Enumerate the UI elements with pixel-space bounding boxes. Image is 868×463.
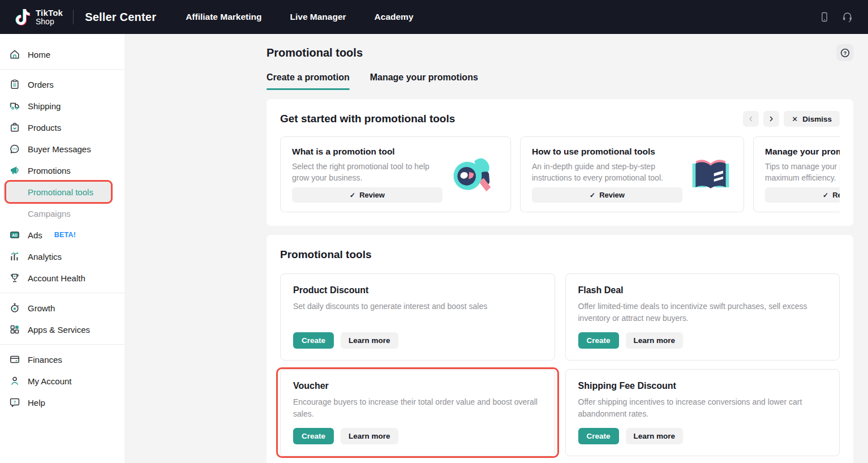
dismiss-button[interactable]: ✕ Dismiss	[784, 111, 840, 127]
header-icons	[819, 11, 853, 23]
app-title: Seller Center	[85, 11, 156, 24]
promo-card-description: Select the right promotional tool to hel…	[292, 161, 442, 184]
review-button[interactable]: ✓ Review	[532, 187, 682, 203]
sidebar-item-my-account[interactable]: My Account	[0, 370, 124, 392]
learn-more-button[interactable]: Learn more	[341, 428, 398, 444]
sidebar-item-analytics[interactable]: Analytics	[0, 246, 124, 267]
header-divider	[73, 10, 74, 24]
learn-more-button[interactable]: Learn more	[341, 332, 398, 349]
tool-card-description: Offer shipping incentives to increase co…	[578, 396, 827, 420]
chevron-left-icon	[747, 115, 755, 123]
promo-card-what-is-a-promotion-tool: What is a promotion tool Select the righ…	[280, 136, 511, 212]
sidebar-label: Account Health	[28, 273, 85, 283]
tiktok-shop-logo[interactable]: TikTok Shop	[15, 8, 63, 26]
sidebar-item-home[interactable]: Home	[0, 44, 124, 65]
promo-card-title: What is a promotion tool	[292, 147, 442, 157]
sidebar-label: Growth	[28, 303, 55, 313]
sidebar-item-promotional-tools[interactable]: Promotional tools	[0, 181, 124, 203]
sidebar: Home Orders Shipping Products Buyer Mess…	[0, 34, 124, 463]
get-started-panel: Get started with promotional tools ✕ Dis…	[267, 99, 853, 226]
check-icon: ✓	[590, 191, 595, 199]
help-button[interactable]: ?	[836, 44, 853, 61]
carousel-next-button[interactable]	[763, 111, 779, 127]
promo-card-title: How to use promotional tools	[532, 147, 682, 157]
tool-card-description: Set daily discounts to generate interest…	[293, 301, 542, 312]
sidebar-label: Shipping	[28, 101, 61, 111]
shipping-icon	[9, 100, 20, 112]
products-icon	[9, 122, 20, 133]
help-icon: ?	[9, 397, 20, 408]
finances-icon	[9, 354, 20, 365]
tool-card-title: Product Discount	[293, 285, 542, 295]
nav-live-manager[interactable]: Live Manager	[290, 12, 346, 22]
promotion-tabs: Create a promotion Manage your promotion…	[267, 72, 853, 90]
my-account-icon	[9, 375, 20, 387]
sidebar-item-finances[interactable]: Finances	[0, 349, 124, 370]
tools-grid: Product Discount Set daily discounts to …	[280, 273, 840, 463]
page-title: Promotional tools	[267, 46, 363, 59]
tool-card-voucher: Voucher Encourage buyers to increase the…	[280, 369, 555, 456]
orders-icon	[9, 79, 20, 90]
tool-card-title: Voucher	[293, 381, 542, 391]
sidebar-item-help[interactable]: ? Help	[0, 392, 124, 413]
svg-text:?: ?	[843, 50, 846, 55]
nav-academy[interactable]: Academy	[375, 12, 414, 22]
dismiss-label: Dismiss	[802, 115, 832, 123]
review-label: Review	[359, 191, 385, 199]
question-circle-icon: ?	[840, 48, 850, 58]
tool-card-shipping-fee-discount: Shipping Fee Discount Offer shipping inc…	[565, 369, 840, 456]
analytics-icon	[9, 251, 20, 262]
sidebar-label: Ads	[28, 230, 42, 240]
megaphone-illustration	[448, 147, 500, 203]
sidebar-label: Analytics	[28, 252, 62, 261]
logo-line1: TikTok	[36, 8, 63, 18]
svg-text:?: ?	[14, 400, 16, 405]
promotional-tools-panel: Promotional tools Product Discount Set d…	[267, 235, 853, 463]
sidebar-item-ads[interactable]: AD Ads BETA!	[0, 224, 124, 246]
tool-card-product-discount: Product Discount Set daily discounts to …	[280, 273, 555, 361]
sidebar-item-campaigns[interactable]: Campaigns	[0, 203, 124, 224]
promo-card-title: Manage your promotions	[765, 147, 840, 157]
tool-card-description: Encourage buyers to increase their total…	[293, 396, 542, 420]
headset-icon[interactable]	[841, 11, 853, 23]
sidebar-label: Finances	[28, 355, 62, 365]
review-button[interactable]: ✓ Review	[292, 187, 442, 203]
growth-icon	[9, 302, 20, 314]
chevron-right-icon	[767, 115, 775, 123]
account-health-icon	[9, 272, 20, 284]
promotions-icon	[9, 165, 20, 176]
promo-card-how-to-use-promotional-tools: How to use promotional tools An in-depth…	[520, 136, 744, 212]
carousel-prev-button[interactable]	[743, 111, 759, 127]
sidebar-item-orders[interactable]: Orders	[0, 74, 124, 95]
nav-affiliate-marketing[interactable]: Affiliate Marketing	[186, 12, 261, 22]
create-button[interactable]: Create	[578, 332, 619, 349]
sidebar-label: Buyer Messages	[28, 144, 91, 154]
review-button[interactable]: ✓ Review	[765, 187, 840, 203]
buyer-messages-icon	[9, 143, 20, 155]
promo-card-manage-your-promotions: Manage your promotions Tips to manage yo…	[753, 136, 840, 212]
tab-manage-your-promotions[interactable]: Manage your promotions	[370, 72, 478, 90]
create-button[interactable]: Create	[293, 332, 334, 349]
mobile-phone-icon[interactable]	[819, 11, 830, 23]
learn-more-button[interactable]: Learn more	[626, 332, 684, 349]
sidebar-item-promotions[interactable]: Promotions	[0, 160, 124, 181]
close-icon: ✕	[792, 115, 798, 123]
create-button[interactable]: Create	[578, 428, 619, 444]
sidebar-label: Products	[28, 123, 61, 132]
sidebar-item-account-health[interactable]: Account Health	[0, 267, 124, 289]
main-content: Promotional tools ? Create a promotion M…	[124, 34, 868, 463]
header-nav: Affiliate Marketing Live Manager Academy	[186, 12, 413, 22]
sidebar-divider	[0, 344, 124, 345]
tab-create-a-promotion[interactable]: Create a promotion	[267, 72, 350, 90]
sidebar-item-apps-services[interactable]: Apps & Services	[0, 319, 124, 340]
sidebar-item-growth[interactable]: Growth	[0, 297, 124, 319]
logo-line2: Shop	[36, 18, 63, 26]
sidebar-item-buyer-messages[interactable]: Buyer Messages	[0, 138, 124, 160]
sidebar-item-shipping[interactable]: Shipping	[0, 95, 124, 117]
tiktok-note-icon	[15, 8, 31, 26]
create-button[interactable]: Create	[293, 428, 334, 444]
get-started-carousel: What is a promotion tool Select the righ…	[280, 136, 840, 212]
learn-more-button[interactable]: Learn more	[626, 428, 684, 444]
sidebar-item-products[interactable]: Products	[0, 117, 124, 138]
svg-text:AD: AD	[12, 233, 18, 237]
